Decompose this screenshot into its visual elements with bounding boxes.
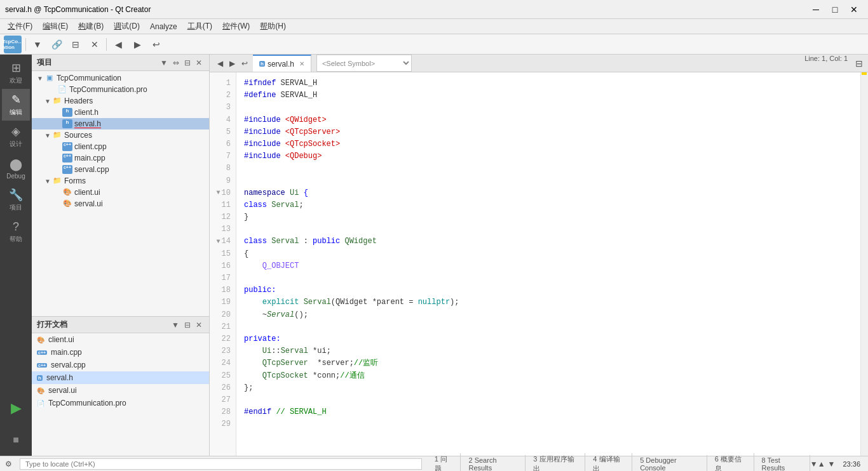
- project-close-btn[interactable]: ✕: [194, 58, 204, 68]
- help-icon: ?: [13, 220, 19, 234]
- menu-debug[interactable]: 调试(D): [109, 20, 145, 33]
- toolbar-close-panel[interactable]: ✕: [86, 36, 104, 53]
- statusbar-tab-issues[interactable]: 1 问题: [427, 453, 461, 472]
- doc-label-client-ui: client.ui: [48, 335, 74, 344]
- statusbar-tab-test[interactable]: 8 Test Results: [754, 455, 810, 472]
- tab-filename: serval.h: [268, 60, 294, 69]
- menu-controls[interactable]: 控件(W): [217, 20, 255, 33]
- tab-return-btn[interactable]: ↩: [239, 58, 250, 69]
- tree-item-sources[interactable]: ▼ 📁 Sources: [32, 129, 209, 141]
- open-docs-list: 🎨 client.ui c++ main.cpp c++ serval.cpp …: [32, 333, 209, 456]
- statusbar-tab-debugger[interactable]: 5 Debugger Console: [632, 455, 707, 472]
- tree-item-pro[interactable]: ▶ 📄 TcpCommunication.pro: [32, 84, 209, 95]
- statusbar-down-btn[interactable]: ▼: [828, 460, 836, 468]
- toolbar-link[interactable]: 🔗: [48, 36, 65, 53]
- symbol-selector[interactable]: <Select Symbol>: [316, 55, 412, 72]
- window-controls: ─ □ ✕: [807, 3, 863, 17]
- project-filter-btn[interactable]: ▼: [158, 58, 170, 68]
- statusbar-tab-compile[interactable]: 4 编译输出: [585, 453, 632, 472]
- tree-label-headers: Headers: [64, 96, 93, 105]
- menu-file[interactable]: 文件(F): [3, 20, 37, 33]
- layout-btn[interactable]: ⊟: [853, 55, 865, 72]
- sidebar-icon-edit[interactable]: ✎ 编辑: [2, 89, 30, 121]
- tab-serval-h[interactable]: h serval.h ✕: [253, 55, 311, 72]
- doc-item-tcpcommunication-pro[interactable]: 📄 TcpCommunication.pro: [32, 397, 209, 409]
- doc-item-main-cpp[interactable]: c++ main.cpp: [32, 346, 209, 359]
- code-area: ◀ ▶ ↩ h serval.h ✕ <Select Symbol> Line:…: [210, 55, 868, 456]
- tab-back-btn[interactable]: ◀: [215, 58, 226, 69]
- menu-edit[interactable]: 编辑(E): [37, 20, 73, 33]
- menu-build[interactable]: 构建(B): [73, 20, 109, 33]
- cpp-file-icon-client: c++: [62, 142, 72, 151]
- tree-item-serval-cpp[interactable]: ▶ c++ serval.cpp: [32, 164, 209, 175]
- statusbar-more-btn[interactable]: ▼: [810, 460, 818, 468]
- open-docs-header: 打开文档 ▼ ⊟ ✕: [32, 317, 209, 333]
- sidebar-icon-design[interactable]: ◈ 设计: [2, 121, 30, 152]
- tree-item-client-ui[interactable]: ▶ 🎨 client.ui: [32, 187, 209, 198]
- tree-item-headers[interactable]: ▼ 📁 Headers: [32, 95, 209, 107]
- project-tree: ▼ ▣ TcpCommunication ▶ 📄 TcpCommunicatio…: [32, 71, 209, 316]
- project-folder-icon: ▣: [44, 74, 55, 83]
- sidebar-icon-run[interactable]: ▶: [2, 392, 30, 424]
- open-docs-split[interactable]: ⊟: [182, 320, 193, 330]
- doc-item-serval-cpp[interactable]: c++ serval.cpp: [32, 359, 209, 371]
- doc-item-serval-ui[interactable]: 🎨 serval.ui: [32, 384, 209, 397]
- ui-file-icon-serval: 🎨: [62, 199, 72, 208]
- minimize-button[interactable]: ─: [807, 3, 825, 17]
- project-sync-btn[interactable]: ⇔: [171, 58, 181, 68]
- tree-item-client-h[interactable]: ▶ h client.h: [32, 107, 209, 118]
- locate-input[interactable]: [20, 458, 422, 470]
- open-docs-filter[interactable]: ▼: [170, 320, 181, 330]
- code-editor[interactable]: 12345 6789 ▼10 111213 ▼14 1516171819 202…: [210, 72, 868, 456]
- tree-item-forms[interactable]: ▼ 📁 Forms: [32, 175, 209, 187]
- sidebar-icon-welcome[interactable]: ⊞ 欢迎: [2, 57, 30, 89]
- close-button[interactable]: ✕: [845, 3, 863, 17]
- design-icon: ◈: [11, 124, 20, 138]
- code-content[interactable]: #ifndef SERVAL_H #define SERVAL_H #inclu…: [236, 72, 860, 456]
- tree-item-root[interactable]: ▼ ▣ TcpCommunication: [32, 72, 209, 84]
- statusbar-up-btn[interactable]: ▲: [818, 460, 825, 468]
- sidebar-icon-debug[interactable]: ⬤ Debug: [2, 152, 30, 184]
- toolbar-back[interactable]: ◀: [109, 36, 127, 53]
- doc-label-serval-ui: serval.ui: [48, 386, 77, 395]
- menu-analyze[interactable]: Analyze: [145, 21, 182, 32]
- project-icon: TcpCo…ation: [4, 36, 22, 53]
- toolbar-return[interactable]: ↩: [147, 36, 165, 53]
- project-panel-title: 项目: [37, 57, 52, 68]
- toolbar-filter[interactable]: ▼: [29, 36, 46, 53]
- menu-tools[interactable]: 工具(T): [182, 20, 217, 33]
- tree-arrow-forms: ▼: [44, 178, 52, 185]
- tab-close-btn[interactable]: ✕: [299, 60, 304, 67]
- tab-forward-btn[interactable]: ▶: [227, 58, 238, 69]
- scroll-indicator-bar: [860, 72, 868, 456]
- menu-help[interactable]: 帮助(H): [255, 20, 291, 33]
- tree-item-serval-ui[interactable]: ▶ 🎨 serval.ui: [32, 198, 209, 209]
- toolbar-forward[interactable]: ▶: [128, 36, 146, 53]
- statusbar: ⚙ 1 问题 2 Search Results 3 应用程序输出 4 编译输出 …: [0, 456, 868, 471]
- sidebar-icons: ⊞ 欢迎 ✎ 编辑 ◈ 设计 ⬤ Debug 🔧 项目 ? 帮助 ▶ ■: [0, 55, 32, 456]
- open-docs-controls: ▼ ⊟ ✕: [170, 320, 204, 330]
- statusbar-tab-summary[interactable]: 6 概要信息: [707, 453, 754, 472]
- tree-item-client-cpp[interactable]: ▶ c++ client.cpp: [32, 141, 209, 152]
- sidebar-icon-help[interactable]: ? 帮助: [2, 216, 30, 248]
- doc-item-client-ui[interactable]: 🎨 client.ui: [32, 333, 209, 346]
- open-docs-close[interactable]: ✕: [194, 320, 204, 330]
- statusbar-tab-appoutput[interactable]: 3 应用程序输出: [526, 453, 585, 472]
- titlebar: serval.h @ TcpCommunication - Qt Creator…: [0, 0, 868, 19]
- sidebar-icon-project[interactable]: 🔧 项目: [2, 184, 30, 216]
- tree-item-main-cpp[interactable]: ▶ c++ main.cpp: [32, 152, 209, 164]
- doc-label-main-cpp: main.cpp: [51, 348, 82, 357]
- project-split-btn[interactable]: ⊟: [182, 58, 193, 68]
- statusbar-icon-btn[interactable]: ⚙: [3, 460, 15, 468]
- tree-item-serval-h[interactable]: ▶ h serval.h: [32, 118, 209, 129]
- h-file-icon-client: h: [62, 108, 72, 117]
- doc-item-serval-h[interactable]: h serval.h: [32, 371, 209, 384]
- doc-label-serval-h: serval.h: [46, 373, 73, 382]
- statusbar-right: ▲ ▼ 23:36: [818, 460, 865, 468]
- tree-label-serval-h: serval.h: [74, 119, 101, 128]
- toolbar-split[interactable]: ⊟: [67, 36, 85, 53]
- maximize-button[interactable]: □: [826, 3, 844, 17]
- sidebar-icon-stop[interactable]: ■: [2, 424, 30, 456]
- headers-folder-icon: 📁: [52, 96, 62, 105]
- statusbar-tab-search[interactable]: 2 Search Results: [461, 455, 526, 472]
